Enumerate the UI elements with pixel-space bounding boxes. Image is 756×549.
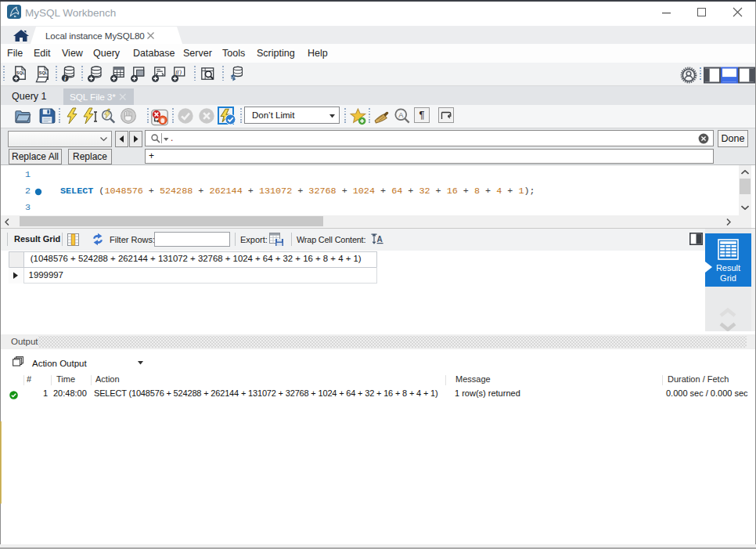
svg-text:A: A <box>398 111 404 119</box>
svg-text:f(): f() <box>175 69 182 76</box>
svg-text:SQL: SQL <box>16 70 26 75</box>
svg-text:SQL: SQL <box>39 70 49 75</box>
svg-text:A: A <box>377 235 383 244</box>
